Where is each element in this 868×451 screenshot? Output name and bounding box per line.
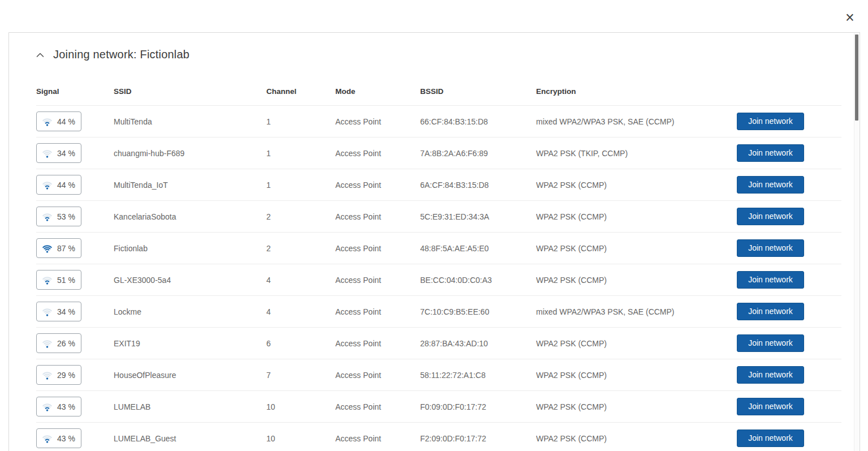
wifi-signal-icon [42,180,53,190]
wifi-signal-icon [42,433,53,444]
chevron-up-icon[interactable] [36,52,44,58]
actions-cell: Join network [737,208,841,225]
join-network-button[interactable]: Join network [737,398,804,415]
scan-table-body: 44 % MultiTenda 1 Access Point 66:CF:84:… [36,106,841,451]
encryption-cell: WPA2 PSK (CCMP) [536,402,737,411]
wifi-signal-icon [42,212,53,222]
signal-percent-label: 51 % [57,276,75,285]
join-network-button[interactable]: Join network [737,239,804,257]
encryption-cell: WPA2 PSK (CCMP) [536,339,737,348]
vertical-scrollbar[interactable] [854,33,859,451]
mode-cell: Access Point [335,402,420,411]
encryption-cell: mixed WPA2/WPA3 PSK, SAE (CCMP) [536,307,737,316]
signal-cell: 29 % [36,365,114,385]
wifi-signal-icon [42,338,53,349]
signal-percent-label: 53 % [57,212,75,221]
mode-cell: Access Point [335,307,420,316]
encryption-cell: mixed WPA2/WPA3 PSK, SAE (CCMP) [536,117,737,126]
ssid-cell: EXIT19 [114,339,266,348]
join-network-button[interactable]: Join network [737,113,804,130]
table-row: 34 % Lockme 4 Access Point 7C:10:C9:B5:E… [36,296,841,328]
actions-cell: Join network [737,429,841,447]
signal-cell: 34 % [36,143,114,163]
join-network-button[interactable]: Join network [737,429,804,447]
bssid-cell: 7C:10:C9:B5:EE:60 [420,307,536,316]
encryption-cell: WPA2 PSK (CCMP) [536,276,737,285]
join-network-button[interactable]: Join network [737,334,804,352]
table-row: 26 % EXIT19 6 Access Point 28:87:BA:43:A… [36,328,841,359]
actions-cell: Join network [737,144,841,162]
column-header-encryption: Encryption [536,87,737,96]
join-network-button[interactable]: Join network [737,176,804,194]
encryption-cell: WPA2 PSK (TKIP, CCMP) [536,149,737,158]
scrollbar-thumb[interactable] [855,35,858,121]
channel-cell: 2 [266,244,335,253]
actions-cell: Join network [737,334,841,352]
table-row: 51 % GL-XE3000-5a4 4 Access Point BE:CC:… [36,264,841,296]
actions-cell: Join network [737,366,841,384]
column-header-ssid: SSID [114,87,266,96]
channel-cell: 2 [266,212,335,221]
actions-cell: Join network [737,113,841,130]
encryption-cell: WPA2 PSK (CCMP) [536,212,737,221]
mode-cell: Access Point [335,149,420,158]
mode-cell: Access Point [335,276,420,285]
signal-strength-badge: 51 % [36,270,81,290]
channel-cell: 4 [266,307,335,316]
ssid-cell: LUMELAB [114,402,266,411]
wifi-signal-icon [42,370,53,380]
mode-cell: Access Point [335,244,420,253]
join-network-button[interactable]: Join network [737,366,804,384]
join-network-button[interactable]: Join network [737,303,804,320]
signal-percent-label: 44 % [57,181,75,190]
mode-cell: Access Point [335,117,420,126]
signal-cell: 53 % [36,207,114,226]
wifi-scan-table: Signal SSID Channel Mode BSSID Encryptio… [36,87,841,451]
bssid-cell: 66:CF:84:B3:15:D8 [420,117,536,126]
signal-cell: 26 % [36,333,114,353]
join-network-button[interactable]: Join network [737,271,804,289]
bssid-cell: 48:8F:5A:AE:A5:E0 [420,244,536,253]
bssid-cell: F2:09:0D:F0:17:72 [420,434,536,443]
wifi-signal-icon [42,117,53,127]
actions-cell: Join network [737,271,841,289]
channel-cell: 4 [266,276,335,285]
encryption-cell: WPA2 PSK (CCMP) [536,371,737,380]
ssid-cell: HouseOfPleasure [114,371,266,380]
ssid-cell: Fictionlab [114,244,266,253]
encryption-cell: WPA2 PSK (CCMP) [536,181,737,190]
signal-cell: 43 % [36,397,114,416]
channel-cell: 6 [266,339,335,348]
wifi-signal-icon [42,243,53,254]
signal-percent-label: 87 % [57,244,75,253]
signal-cell: 87 % [36,238,114,258]
signal-strength-badge: 26 % [36,333,81,353]
ssid-cell: LUMELAB_Guest [114,434,266,443]
channel-cell: 10 [266,402,335,411]
channel-cell: 1 [266,117,335,126]
bssid-cell: 7A:8B:2A:A6:F6:89 [420,149,536,158]
wifi-signal-icon [42,148,53,158]
encryption-cell: WPA2 PSK (CCMP) [536,244,737,253]
signal-strength-badge: 44 % [36,175,81,195]
signal-percent-label: 34 % [57,307,75,316]
signal-strength-badge: 34 % [36,302,81,321]
actions-cell: Join network [737,303,841,320]
table-row: 34 % chuangmi-hub-F689 1 Access Point 7A… [36,138,841,169]
page-title: Joining network: Fictionlab [53,48,189,61]
join-network-button[interactable]: Join network [737,208,804,225]
ssid-cell: MultiTenda_IoT [114,181,266,190]
signal-strength-badge: 44 % [36,111,81,131]
table-header-row: Signal SSID Channel Mode BSSID Encryptio… [36,87,841,106]
signal-percent-label: 44 % [57,117,75,126]
close-icon[interactable]: × [843,10,857,25]
mode-cell: Access Point [335,339,420,348]
signal-strength-badge: 53 % [36,207,81,226]
signal-percent-label: 43 % [57,402,75,411]
signal-cell: 44 % [36,111,114,131]
ssid-cell: MultiTenda [114,117,266,126]
column-header-channel: Channel [266,87,335,96]
bssid-cell: 6A:CF:84:B3:15:D8 [420,181,536,190]
ssid-cell: chuangmi-hub-F689 [114,149,266,158]
join-network-button[interactable]: Join network [737,144,804,162]
